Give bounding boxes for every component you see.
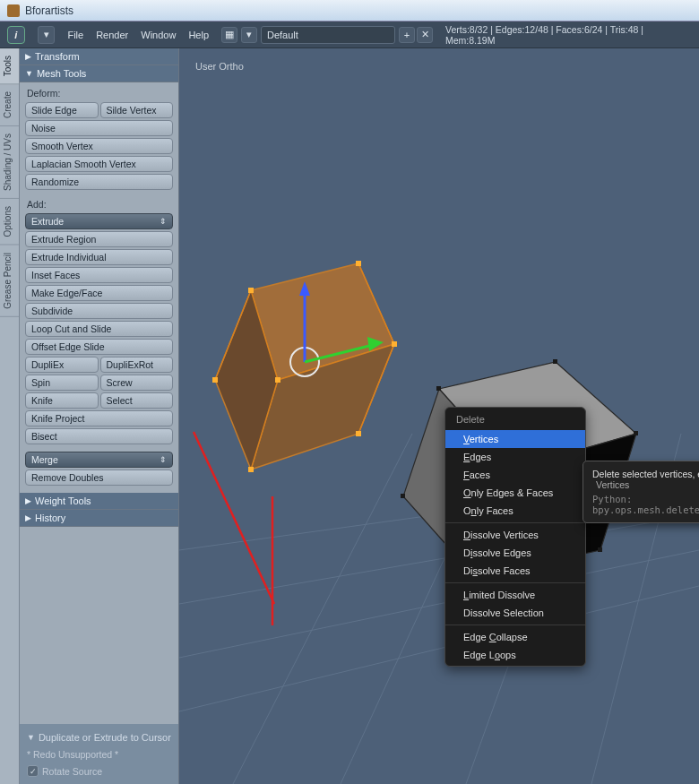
- slide-vertex-button[interactable]: Silde Vertex: [100, 102, 174, 118]
- layout-icon[interactable]: ▦: [221, 27, 237, 43]
- merge-dropdown[interactable]: Merge: [25, 452, 173, 468]
- svg-rect-20: [212, 377, 218, 383]
- menu-window[interactable]: Window: [141, 30, 176, 40]
- svg-rect-34: [598, 547, 602, 552]
- disclosure-right-icon: ▶: [25, 513, 31, 522]
- ctx-vertices[interactable]: Vertices: [445, 430, 585, 448]
- titlebar: Bforartists: [0, 0, 699, 22]
- mesh-tools-header[interactable]: ▼Mesh Tools: [20, 65, 178, 82]
- loop-cut-button[interactable]: Loop Cut and Slide: [25, 321, 173, 337]
- window-title: Bforartists: [25, 4, 73, 17]
- svg-rect-16: [392, 341, 397, 347]
- app-icon: [7, 4, 20, 17]
- remove-doubles-button[interactable]: Remove Doubles: [25, 470, 173, 486]
- mesh-tools-body: Deform: Slide Edge Silde Vertex Noise Sm…: [20, 82, 178, 489]
- svg-rect-14: [248, 288, 254, 293]
- inset-faces-button[interactable]: Inset Faces: [25, 267, 173, 283]
- svg-rect-18: [356, 431, 361, 436]
- ctx-edge-collapse[interactable]: Edge Collapse: [445, 628, 585, 646]
- scene-svg: [179, 48, 699, 784]
- scene-stats: Verts:8/32 | Edges:12/48 | Faces:6/24 | …: [445, 24, 692, 46]
- disclosure-right-icon: ▶: [25, 52, 31, 61]
- layout-add-button[interactable]: +: [399, 27, 415, 43]
- dupliex-button[interactable]: DupliEx: [25, 357, 99, 373]
- ctx-edge-loops[interactable]: Edge Loops: [445, 646, 585, 664]
- extrude-dropdown[interactable]: Extrude: [25, 213, 173, 229]
- ctx-dissolve-faces[interactable]: Dissolve Faces: [445, 562, 585, 580]
- select-button[interactable]: Select: [100, 392, 174, 409]
- info-icon[interactable]: i: [7, 26, 25, 44]
- ctx-limited-dissolve[interactable]: Limited Dissolve: [445, 586, 585, 604]
- slide-edge-button[interactable]: Slide Edge: [25, 102, 99, 118]
- make-edge-face-button[interactable]: Make Edge/Face: [25, 285, 173, 301]
- disclosure-right-icon: ▶: [25, 496, 31, 505]
- svg-rect-36: [401, 494, 405, 498]
- knife-project-button[interactable]: Knife Project: [25, 410, 173, 426]
- ctx-separator: [445, 625, 585, 625]
- delete-context-menu: Delete Vertices Edges Faces Only Edges &…: [444, 407, 586, 667]
- operator-panel: ▼Duplicate or Extrude to Cursor * Redo U…: [20, 724, 178, 784]
- ctx-title: Delete: [445, 409, 585, 430]
- menu-render[interactable]: Render: [96, 30, 128, 40]
- rotate-source-checkbox[interactable]: ✓ Rotate Source: [25, 763, 173, 779]
- ctx-faces[interactable]: Faces: [445, 466, 585, 484]
- vertical-tabs: Tools Create Shading / UVs Options Greas…: [0, 48, 20, 784]
- transform-header[interactable]: ▶Transform: [20, 48, 178, 65]
- svg-line-2: [179, 550, 699, 658]
- svg-rect-32: [634, 431, 638, 435]
- tooltip: Delete selected vertices, edges or faces…: [582, 461, 699, 523]
- vtab-options[interactable]: Options: [0, 199, 19, 245]
- subdivide-button[interactable]: Subdivide: [25, 303, 173, 319]
- smooth-vertex-button[interactable]: Smooth Vertex: [25, 138, 173, 154]
- ctx-edges[interactable]: Edges: [445, 448, 585, 466]
- tooltip-python: Python: bpy.ops.mesh.delete(type='VERT'): [592, 494, 699, 515]
- menubar: i ▾ File Render Window Help ▦ ▾ Default …: [0, 22, 699, 48]
- history-header[interactable]: ▶History: [20, 510, 178, 527]
- deform-label: Deform:: [25, 86, 173, 100]
- dupliexrot-button[interactable]: DupliExRot: [100, 357, 174, 373]
- ctx-dissolve-selection[interactable]: Dissolve Selection: [445, 604, 585, 622]
- add-label: Add:: [25, 197, 173, 211]
- offset-edge-button[interactable]: Offset Edge Slide: [25, 339, 173, 355]
- svg-rect-31: [553, 359, 557, 364]
- ctx-separator: [445, 522, 585, 523]
- menu-file[interactable]: File: [67, 30, 83, 40]
- spin-button[interactable]: Spin: [25, 375, 99, 391]
- workspace: Tools Create Shading / UVs Options Greas…: [0, 48, 699, 784]
- svg-rect-30: [436, 386, 441, 391]
- tool-sidebar: ▶Transform ▼Mesh Tools Deform: Slide Edg…: [20, 48, 179, 784]
- ctx-only-faces[interactable]: Only Faces: [445, 502, 585, 520]
- ctx-only-edges-faces[interactable]: Only Edges & Faces: [445, 484, 585, 502]
- svg-line-3: [179, 586, 699, 711]
- ctx-dissolve-vertices[interactable]: Dissolve Vertices: [445, 526, 585, 544]
- tooltip-value: Vertices: [596, 479, 629, 490]
- vtab-create[interactable]: Create: [0, 84, 19, 126]
- knife-button[interactable]: Knife: [25, 392, 99, 409]
- weight-tools-header[interactable]: ▶Weight Tools: [20, 493, 178, 510]
- noise-button[interactable]: Noise: [25, 120, 173, 136]
- crumb-dropdown-icon[interactable]: ▾: [38, 26, 56, 44]
- layout-selector: ▦ ▾ Default + ✕: [221, 26, 433, 44]
- vtab-tools[interactable]: Tools: [0, 48, 19, 84]
- extrude-region-button[interactable]: Extrude Region: [25, 231, 173, 247]
- screw-button[interactable]: Screw: [100, 375, 174, 391]
- disclosure-down-icon: ▼: [25, 69, 33, 78]
- disclosure-down-icon: ▼: [27, 733, 35, 742]
- bisect-button[interactable]: Bisect: [25, 428, 173, 444]
- vtab-grease-pencil[interactable]: Grease Pencil: [0, 246, 19, 317]
- ctx-dissolve-edges[interactable]: Dissolve Edges: [445, 544, 585, 562]
- svg-line-4: [233, 434, 412, 784]
- vtab-shading-uvs[interactable]: Shading / UVs: [0, 126, 19, 199]
- viewport-3d[interactable]: User Ortho: [179, 48, 699, 784]
- layout-remove-button[interactable]: ✕: [417, 27, 433, 43]
- menu-help[interactable]: Help: [188, 30, 209, 40]
- laplacian-button[interactable]: Laplacian Smooth Vertex: [25, 156, 173, 172]
- layout-field[interactable]: Default: [261, 26, 395, 44]
- randomize-button[interactable]: Randomize: [25, 174, 173, 190]
- redo-unsupported-label: * Redo Unsupported *: [25, 745, 173, 763]
- operator-header[interactable]: ▼Duplicate or Extrude to Cursor: [25, 729, 173, 745]
- ctx-separator: [445, 582, 585, 583]
- layout-browse-icon[interactable]: ▾: [241, 27, 257, 43]
- svg-rect-19: [248, 467, 254, 472]
- extrude-individual-button[interactable]: Extrude Individual: [25, 249, 173, 265]
